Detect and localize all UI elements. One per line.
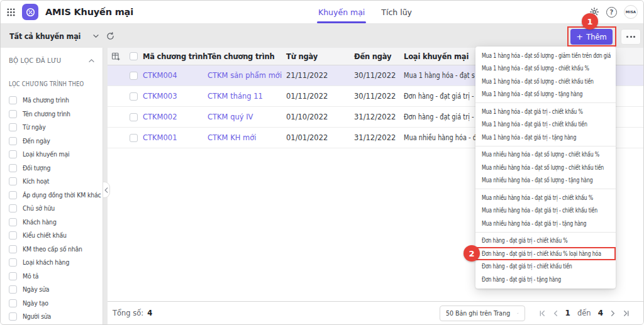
menu-item[interactable]: Mua 1 hàng hóa - đạt số lượng - tặng hàn… (475, 88, 616, 101)
checkbox[interactable] (9, 299, 17, 307)
filter-item-doi-tuong[interactable]: Đối tượng (1, 162, 103, 175)
next-page-button[interactable] (610, 310, 616, 317)
toolbar: Tất cả khuyến mại (1, 24, 643, 48)
filter-label: Người sửa (23, 312, 51, 321)
filter-item-chu-so-huu[interactable]: Chủ sở hữu (1, 202, 103, 216)
last-page-button[interactable] (623, 310, 630, 317)
filter-item-ma-chuong-trinh[interactable]: Mã chương trình (1, 94, 103, 107)
checkbox[interactable] (9, 110, 17, 118)
menu-item[interactable]: Mua 1 hàng hóa - đạt giá trị - tặng hàng (475, 131, 616, 144)
chevron-up-icon[interactable] (89, 58, 94, 63)
checkbox[interactable] (9, 96, 17, 104)
checkbox[interactable] (9, 312, 17, 321)
filter-item-khach-hang[interactable]: Khách hàng (1, 216, 103, 229)
menu-item[interactable]: Đơn hàng - đạt giá trị - tặng hàng (475, 273, 616, 286)
menu-item[interactable]: Mua 1 hàng hóa - đạt số lượng - giảm tiề… (475, 49, 616, 62)
filter-item-tu-ngay[interactable]: Từ ngày (1, 121, 103, 135)
filter-item-loai-khuyen-mai[interactable]: Loại khuyến mại (1, 148, 103, 162)
tab-tich-luy[interactable]: Tích lũy (381, 1, 412, 23)
row-checkbox[interactable] (130, 72, 138, 80)
menu-item-label: Mua nhiều hàng hóa - đạt giá trị - tặng … (482, 220, 586, 227)
program-code-link[interactable]: CTKM001 (143, 133, 208, 142)
column-header-to[interactable]: Đến ngày (354, 52, 404, 61)
column-header-from[interactable]: Từ ngày (286, 52, 354, 61)
menu-item[interactable]: Mua nhiều hàng hóa - đạt số lượng - chiế… (475, 161, 616, 174)
filter-item-kieu-chiet-khau[interactable]: Kiểu chiết khấu (1, 229, 103, 243)
checkbox[interactable] (9, 177, 17, 185)
filter-item-loai-khach-hang[interactable]: Loại khách hàng (1, 256, 103, 270)
app-launcher-icon[interactable] (7, 8, 15, 16)
menu-item[interactable]: Mua nhiều hàng hóa - đạt giá trị - chiết… (475, 204, 616, 218)
page-size-select[interactable]: 50 Bản ghi trên Trang (440, 306, 525, 321)
row-checkbox[interactable] (130, 113, 138, 121)
menu-divider (475, 189, 616, 189)
saved-filters-section[interactable]: BỘ LỌC ĐÃ LƯU (1, 56, 103, 65)
menu-divider (475, 102, 616, 103)
filter-item-den-ngay[interactable]: Đến ngày (1, 135, 103, 148)
program-name-link[interactable]: CTKM sản phẩm mới (208, 71, 286, 80)
filter-label: Từ ngày (23, 123, 46, 131)
menu-item[interactable]: Đơn hàng - đạt giá trị - chiết khấu tiền (475, 260, 616, 273)
menu-item-label: Mua 1 hàng hóa - đạt giá trị - chiết khấ… (482, 121, 587, 128)
user-avatar[interactable]: MISA (624, 5, 638, 19)
filter-item-kich-hoat[interactable]: Kích hoạt (1, 175, 103, 189)
filter-item-nguoi-sua[interactable]: Người sửa (1, 310, 103, 324)
promotion-type-menu: Mua 1 hàng hóa - đạt số lượng - giảm tiề… (475, 47, 616, 289)
row-checkbox[interactable] (130, 134, 138, 142)
checkbox[interactable] (9, 218, 17, 226)
menu-item[interactable]: Mua nhiều hàng hóa - đạt giá trị - chiết… (475, 191, 616, 204)
first-page-button[interactable] (539, 310, 546, 317)
row-checkbox[interactable] (130, 92, 138, 101)
filter-item-mo-ta[interactable]: Mô tả (1, 270, 103, 284)
filter-item-nguoi-tao[interactable]: Người tạo (1, 324, 103, 325)
checkbox[interactable] (9, 231, 17, 240)
menu-item-label: Mua nhiều hàng hóa - đạt số lượng - chiế… (482, 151, 599, 158)
dot-icon (630, 36, 632, 38)
help-icon[interactable]: ? (606, 7, 617, 18)
checkbox[interactable] (9, 272, 17, 280)
checkbox[interactable] (9, 245, 17, 253)
menu-item-label: Mua 1 hàng hóa - đạt giá trị - tặng hàng (482, 134, 576, 141)
menu-item[interactable]: Mua 1 hàng hóa - đạt số lượng - chiết kh… (475, 75, 616, 88)
tab-khuyen-mai[interactable]: Khuyến mại (318, 1, 365, 23)
menu-item[interactable]: Mua nhiều hàng hóa - đạt số lượng - tặng… (475, 174, 616, 187)
filter-item-ten-chuong-trinh[interactable]: Tên chương trình (1, 107, 103, 121)
column-header-name[interactable]: Tên chương trình (208, 52, 286, 61)
program-code-link[interactable]: CTKM004 (143, 71, 208, 80)
add-column-icon[interactable] (108, 52, 124, 61)
program-name-link[interactable]: CTKM quý IV (208, 113, 286, 121)
menu-item[interactable]: Mua nhiều hàng hóa - đạt giá trị - tặng … (475, 217, 616, 230)
column-header-code[interactable]: Mã chương trình (143, 52, 208, 61)
program-code-link[interactable]: CTKM003 (143, 92, 208, 101)
checkbox[interactable] (9, 137, 17, 145)
more-actions-button[interactable] (621, 29, 641, 45)
view-selector[interactable]: Tất cả khuyến mại (9, 24, 114, 48)
program-name-link[interactable]: CTKM tháng 11 (208, 92, 286, 101)
program-name-link[interactable]: CTKM KH mới (208, 133, 286, 142)
checkbox[interactable] (9, 191, 17, 199)
menu-item[interactable]: Mua 1 hàng hóa - đạt giá trị - chiết khấ… (475, 118, 616, 131)
add-button[interactable]: + Thêm (570, 29, 613, 45)
checkbox[interactable] (9, 258, 17, 267)
menu-item[interactable]: Đơn hàng - đạt giá trị - chiết khấu % (475, 234, 616, 248)
menu-item-highlighted[interactable]: Đơn hàng - đạt giá trị - chiết khấu % lo… (475, 247, 616, 260)
prev-page-button[interactable] (553, 310, 558, 317)
filter-item-ngay-tao[interactable]: Ngày tạo (1, 297, 103, 311)
checkbox[interactable] (9, 164, 17, 172)
checkbox[interactable] (9, 150, 17, 158)
checkbox[interactable] (9, 123, 17, 131)
menu-item[interactable]: Mua 1 hàng hóa - đạt giá trị - chiết khấ… (475, 105, 616, 118)
menu-item[interactable]: Mua 1 hàng hóa - đạt số lượng - chiết kh… (475, 62, 616, 75)
checkbox[interactable] (9, 204, 17, 212)
refresh-icon[interactable] (106, 32, 114, 40)
page-size-label: 50 Bản ghi trên Trang (446, 309, 510, 317)
program-code-link[interactable]: CTKM002 (143, 113, 208, 121)
chevron-down-icon (517, 311, 518, 316)
filter-item-ngay-sua[interactable]: Ngày sửa (1, 283, 103, 297)
filter-item-km-cap-so-nhan[interactable]: KM theo cấp số nhân (1, 243, 103, 256)
select-all-checkbox[interactable] (130, 52, 138, 60)
checkbox[interactable] (9, 285, 17, 294)
menu-item[interactable]: Mua nhiều hàng hóa - đạt số lượng - chiế… (475, 148, 616, 162)
filter-item-ap-dung-dong-thoi[interactable]: Áp dụng đồng thời KM khác (1, 189, 103, 202)
sidebar-collapse-handle[interactable] (103, 182, 110, 198)
